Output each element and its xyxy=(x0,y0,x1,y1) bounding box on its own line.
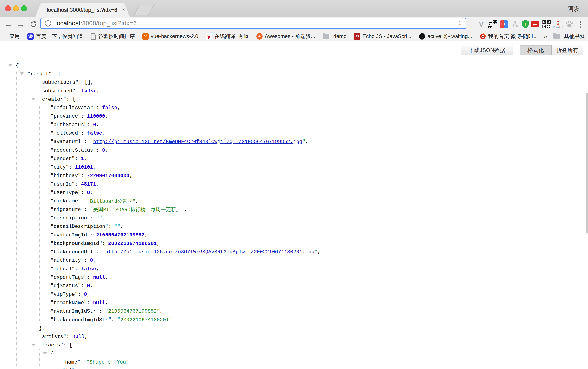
fe-extension-icon[interactable]: FE xyxy=(498,19,510,30)
json-colon: : xyxy=(81,173,87,179)
json-key: "avatarImgId" xyxy=(51,232,90,238)
scrollbar-thumb[interactable] xyxy=(586,93,588,233)
collapse-toggle-icon[interactable] xyxy=(43,352,47,355)
bookmarks-overflow-chevron[interactable]: » xyxy=(544,33,547,40)
json-key: "backgroundImgId" xyxy=(51,241,102,246)
video-speed-icon[interactable]: ▶▶ xyxy=(529,19,541,30)
json-key: "accountStatus" xyxy=(51,148,96,153)
json-num-value: 0 xyxy=(93,122,96,128)
url-link[interactable]: http://p1.music.126.net/o3G7lWrGBQAvSRt3… xyxy=(105,249,315,255)
json-string-value: "2105564767199852" xyxy=(105,309,160,314)
json-string-value: "美国BILLBOARD排行榜，每周一更新。" xyxy=(90,206,184,213)
bookmark-echojs[interactable]: JS Echo JS - JavaScri... xyxy=(354,33,411,40)
paw-extension-icon[interactable] xyxy=(564,19,575,30)
new-tab-button[interactable] xyxy=(134,5,154,15)
collapse-toggle-icon[interactable] xyxy=(32,344,35,346)
json-num-value: 0 xyxy=(87,190,90,195)
json-num-value: 0 xyxy=(84,292,87,297)
url-link[interactable]: http://p1.music.126.net/BmeUMF4Cr0f343lC… xyxy=(93,139,302,145)
json-key: "province" xyxy=(51,113,81,119)
json-key: "signature" xyxy=(51,207,84,212)
json-key: "subscribers" xyxy=(39,80,78,85)
json-row: "userId": 48171, xyxy=(0,180,588,188)
json-comma: , xyxy=(105,113,108,119)
json-comma: , xyxy=(93,164,96,170)
tab-close-icon[interactable]: × xyxy=(122,7,125,13)
json-punctuation: [ xyxy=(69,342,72,348)
tab-title: localhost:3000/top_list?idx=6 xyxy=(47,7,117,13)
back-button[interactable]: ← xyxy=(3,17,14,31)
json-punctuation: { xyxy=(72,97,75,102)
forward-button[interactable]: → xyxy=(15,17,26,31)
indent-guide xyxy=(39,349,40,369)
bookmark-demo[interactable]: demo xyxy=(323,33,347,39)
download-json-button[interactable]: 下载JSON数据 xyxy=(461,45,513,55)
bookmark-weibo[interactable]: 我的首页 微博-随时... xyxy=(480,33,538,40)
bookmark-youdao[interactable]: y 在线翻译_有道 xyxy=(206,33,249,40)
other-bookmarks[interactable]: 其他书签 xyxy=(554,33,585,40)
reload-icon xyxy=(30,20,37,28)
json-colon: : xyxy=(75,181,81,187)
collapse-toggle-icon[interactable] xyxy=(20,72,24,75)
json-row: "artists": null, xyxy=(0,333,588,341)
json-punctuation: { xyxy=(16,63,19,68)
reload-button[interactable] xyxy=(28,17,39,31)
tampermonkey-shield-icon[interactable]: T xyxy=(521,20,529,29)
json-key: "backgroundUrl" xyxy=(51,249,96,255)
json-colon: : xyxy=(78,80,84,85)
collapse-all-button[interactable]: 折叠所有 xyxy=(551,45,583,55)
json-num-value: 2002210674180201 xyxy=(108,241,157,246)
json-comma: , xyxy=(96,266,99,272)
extensions-bar: V ⇄英en FE T ▶▶ 5PLAYER xyxy=(475,17,586,31)
json-colon: : xyxy=(69,164,75,170)
profile-name[interactable]: 阿发 xyxy=(567,5,580,13)
window-close-button[interactable] xyxy=(5,5,11,11)
json-key: "city" xyxy=(51,164,69,170)
json-comma: , xyxy=(129,359,132,365)
json-comma: , xyxy=(157,241,160,246)
bookmark-star-icon[interactable]: ☆ xyxy=(456,18,463,28)
json-key: "nickname" xyxy=(51,198,81,204)
json-row: "vipType": 0, xyxy=(0,290,588,299)
json-colon: : xyxy=(66,97,73,102)
address-bar[interactable]: localhost:3000/top_list?idx=6 ☆ xyxy=(41,18,466,29)
json-key: "tracks" xyxy=(39,342,63,348)
indent-guide xyxy=(51,358,51,369)
sitemap-extension-icon[interactable] xyxy=(510,19,521,30)
json-colon: : xyxy=(80,359,86,365)
json-row: "djStatus": 0, xyxy=(0,282,588,290)
json-key: "birthday" xyxy=(51,173,81,179)
collapse-toggle-icon[interactable] xyxy=(32,98,35,100)
format-button[interactable]: 格式化 xyxy=(520,45,551,55)
html5-player-icon[interactable]: 5PLAYER xyxy=(552,19,564,30)
bookmark-vue-hackernews[interactable]: V vue-hackernews-2.0 xyxy=(142,33,198,40)
bookmark-apps[interactable]: 应用 xyxy=(4,33,20,40)
svg-text:T: T xyxy=(524,22,527,27)
collapse-toggle-icon[interactable] xyxy=(8,64,12,67)
json-comma: , xyxy=(105,300,108,306)
json-num-value: 110101 xyxy=(75,164,93,170)
page-info-icon[interactable] xyxy=(44,20,52,27)
browser-tab[interactable]: localhost:3000/top_list?idx=6 × xyxy=(35,3,130,17)
json-key: "djStatus" xyxy=(51,283,81,289)
json-row: "id": 451703096, xyxy=(0,367,588,369)
json-punctuation: }, xyxy=(39,325,45,331)
window-minimize-button[interactable] xyxy=(13,5,19,11)
bookmark-active-waiting[interactable]: ↓ active: - waiting... xyxy=(419,33,472,40)
url-text[interactable]: localhost:3000/top_list?idx=6 xyxy=(55,20,137,27)
window-zoom-button[interactable] xyxy=(21,5,27,11)
bookmark-google-sort[interactable]: 谷歌按时间排序 xyxy=(91,33,135,40)
json-colon: : xyxy=(75,266,81,272)
browser-menu-icon[interactable]: ⋮ xyxy=(575,19,586,30)
bookmark-baidu[interactable]: 百度一下，你就知道 xyxy=(27,33,83,40)
json-row: "gender": 1, xyxy=(0,154,588,163)
bookmark-awesomes[interactable]: A Awesomes - 前端资... xyxy=(256,33,315,40)
url-host: localhost xyxy=(55,20,80,27)
translate-extension-icon[interactable]: ⇄英en xyxy=(487,19,498,30)
sitemap-icon xyxy=(511,20,519,28)
json-colon: : xyxy=(99,309,105,314)
json-colon: : xyxy=(78,292,84,297)
qr-code-icon[interactable] xyxy=(541,19,552,30)
url-path: :3000/top_list?idx=6 xyxy=(80,20,137,27)
vue-devtools-icon[interactable]: V xyxy=(475,19,487,30)
